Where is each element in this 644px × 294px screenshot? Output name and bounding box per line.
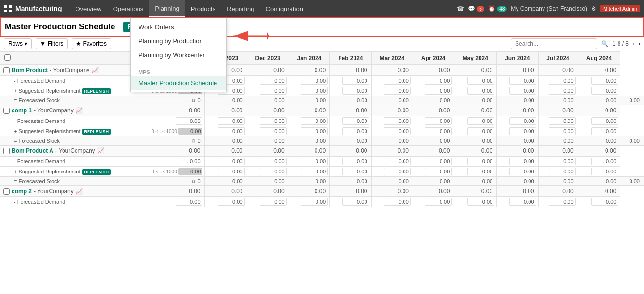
dropdown-planning-production[interactable]: Planning by Production bbox=[131, 34, 226, 48]
clock-icon[interactable]: ⏰ 48 bbox=[488, 5, 507, 12]
graph-icon[interactable]: 📈 bbox=[76, 188, 83, 195]
demand-input[interactable] bbox=[509, 158, 536, 165]
demand-input[interactable] bbox=[384, 198, 411, 206]
demand-value-cell[interactable] bbox=[247, 157, 289, 167]
demand-value-cell[interactable] bbox=[454, 157, 497, 167]
nav-configuration[interactable]: Configuration bbox=[260, 0, 309, 17]
replenish-input[interactable] bbox=[342, 168, 369, 175]
demand-input[interactable] bbox=[384, 77, 411, 85]
replenish-value-cell[interactable] bbox=[413, 126, 454, 136]
replenish-input[interactable] bbox=[509, 168, 536, 175]
demand-value-cell[interactable] bbox=[135, 116, 205, 126]
replenish-value-cell[interactable] bbox=[204, 167, 247, 177]
replenish-input[interactable] bbox=[591, 127, 618, 135]
search-icon[interactable]: 🔍 bbox=[601, 40, 608, 47]
replenish-input[interactable] bbox=[384, 87, 411, 95]
replenish-first-input[interactable] bbox=[178, 128, 202, 135]
apps-icon[interactable] bbox=[4, 5, 12, 12]
favorites-button[interactable]: ★ Favorites bbox=[72, 38, 111, 49]
prev-page-button[interactable]: ‹ bbox=[632, 40, 634, 47]
graph-icon[interactable]: 📈 bbox=[97, 147, 104, 154]
dropdown-planning-workcenter[interactable]: Planning by Workcenter bbox=[131, 48, 226, 62]
replenish-badge[interactable]: REPLENISH bbox=[82, 88, 111, 94]
demand-value-cell[interactable] bbox=[538, 197, 578, 207]
replenish-input[interactable] bbox=[467, 127, 494, 135]
replenish-input[interactable] bbox=[260, 168, 287, 175]
select-all-checkbox[interactable] bbox=[4, 54, 11, 61]
replenish-value-cell[interactable] bbox=[578, 126, 620, 136]
demand-input[interactable] bbox=[509, 77, 536, 85]
replenish-input[interactable] bbox=[342, 127, 369, 135]
demand-input[interactable] bbox=[176, 198, 202, 206]
replenish-input[interactable] bbox=[509, 87, 536, 95]
demand-value-cell[interactable] bbox=[497, 197, 538, 207]
replenish-input[interactable] bbox=[218, 168, 245, 175]
demand-input[interactable] bbox=[260, 77, 287, 85]
replenish-value-cell[interactable] bbox=[454, 126, 497, 136]
demand-value-cell[interactable] bbox=[289, 197, 330, 207]
row-checkbox[interactable] bbox=[3, 67, 10, 74]
replenish-input[interactable] bbox=[260, 127, 287, 135]
demand-value-cell[interactable] bbox=[497, 157, 538, 167]
demand-value-cell[interactable] bbox=[371, 197, 413, 207]
chat-icon[interactable]: 💬 5 bbox=[468, 5, 484, 12]
replenish-value-cell[interactable] bbox=[413, 86, 454, 96]
demand-value-cell[interactable] bbox=[454, 197, 497, 207]
replenish-value-cell[interactable] bbox=[330, 167, 371, 177]
replenish-value-cell[interactable] bbox=[538, 167, 578, 177]
demand-input[interactable] bbox=[301, 198, 328, 206]
demand-value-cell[interactable] bbox=[371, 116, 413, 126]
replenish-input[interactable] bbox=[342, 87, 369, 95]
replenish-input[interactable] bbox=[591, 168, 618, 175]
product-name-link[interactable]: comp 1 bbox=[12, 107, 32, 114]
demand-input[interactable] bbox=[549, 198, 576, 206]
demand-input[interactable] bbox=[509, 198, 536, 206]
demand-value-cell[interactable] bbox=[330, 116, 371, 126]
search-input[interactable] bbox=[511, 38, 597, 49]
demand-value-cell[interactable] bbox=[497, 116, 538, 126]
nav-products[interactable]: Products bbox=[185, 0, 221, 17]
demand-value-cell[interactable] bbox=[371, 157, 413, 167]
replenish-input[interactable] bbox=[549, 87, 576, 95]
replenish-value-cell[interactable] bbox=[289, 86, 330, 96]
replenish-value-cell[interactable] bbox=[289, 167, 330, 177]
rows-button[interactable]: Rows ▾ bbox=[4, 38, 32, 49]
replenish-input[interactable] bbox=[425, 168, 452, 175]
demand-value-cell[interactable] bbox=[289, 157, 330, 167]
demand-value-cell[interactable] bbox=[330, 197, 371, 207]
nav-reporting[interactable]: Reporting bbox=[221, 0, 260, 17]
demand-input[interactable] bbox=[260, 198, 287, 206]
demand-input[interactable] bbox=[549, 77, 576, 85]
demand-input[interactable] bbox=[591, 77, 618, 85]
replenish-input[interactable] bbox=[591, 87, 618, 95]
replenish-input[interactable] bbox=[384, 127, 411, 135]
replenish-value-cell[interactable] bbox=[497, 86, 538, 96]
demand-input[interactable] bbox=[342, 117, 369, 125]
demand-input[interactable] bbox=[509, 117, 536, 125]
replenish-input[interactable] bbox=[549, 127, 576, 135]
replenish-value-cell[interactable] bbox=[330, 126, 371, 136]
demand-value-cell[interactable] bbox=[413, 76, 454, 86]
demand-value-cell[interactable] bbox=[204, 197, 247, 207]
demand-input[interactable] bbox=[301, 77, 328, 85]
demand-input[interactable] bbox=[218, 198, 245, 206]
demand-value-cell[interactable] bbox=[247, 76, 289, 86]
replenish-input[interactable] bbox=[509, 127, 536, 135]
demand-value-cell[interactable] bbox=[538, 157, 578, 167]
replenish-value-cell[interactable] bbox=[578, 86, 620, 96]
replenish-input[interactable] bbox=[301, 127, 328, 135]
product-name-link[interactable]: comp 2 bbox=[12, 188, 32, 195]
next-page-button[interactable]: › bbox=[638, 40, 640, 47]
replenish-value-cell[interactable] bbox=[247, 167, 289, 177]
demand-input[interactable] bbox=[260, 117, 287, 125]
demand-input[interactable] bbox=[342, 77, 369, 85]
replenish-value-cell[interactable] bbox=[289, 126, 330, 136]
demand-value-cell[interactable] bbox=[538, 116, 578, 126]
demand-input[interactable] bbox=[218, 158, 245, 165]
replenish-input[interactable] bbox=[301, 168, 328, 175]
demand-value-cell[interactable] bbox=[371, 76, 413, 86]
demand-input[interactable] bbox=[425, 198, 452, 206]
demand-input[interactable] bbox=[549, 117, 576, 125]
demand-input[interactable] bbox=[384, 117, 411, 125]
demand-input[interactable] bbox=[176, 117, 202, 125]
